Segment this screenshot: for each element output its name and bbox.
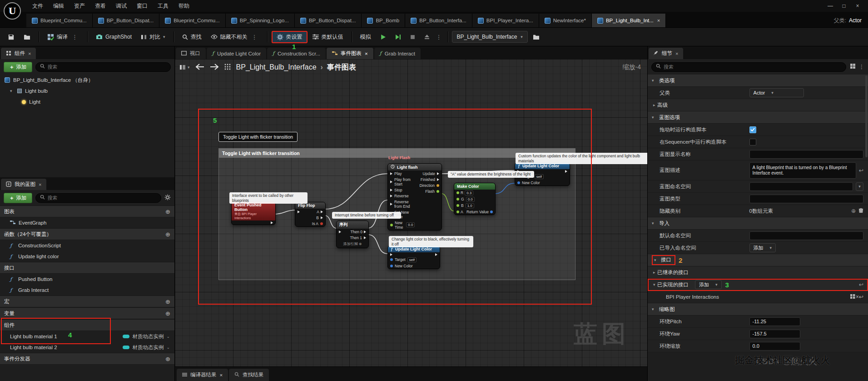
components-search-input[interactable]	[48, 64, 167, 70]
exec-pin[interactable]	[437, 178, 439, 181]
node-timeline-light-flash[interactable]: Light flash Play Play from Start Stop Re…	[387, 163, 442, 231]
float-pin[interactable]	[390, 224, 393, 226]
tab-update-light-color[interactable]: ƒUpdate Light Color	[207, 48, 266, 59]
diff-button[interactable]: 对比 ▾	[137, 31, 169, 43]
section-functions[interactable]: 函数（24个可覆盖）⊕	[0, 228, 174, 240]
asset-tab[interactable]: BPI_Player_Intera...	[472, 14, 539, 27]
color-pin[interactable]	[517, 181, 520, 184]
node-event-pushed-button[interactable]: Event Pushed Button 来自 BPI Player Intera…	[231, 201, 276, 225]
description-field[interactable]: A light Blueprint that is turned on by a…	[749, 162, 856, 179]
category-import[interactable]: ▾导入	[648, 217, 868, 230]
tab-viewport[interactable]: 视口	[176, 48, 206, 59]
menu-help[interactable]: 帮助	[174, 2, 194, 10]
exec-pin[interactable]	[390, 189, 392, 191]
tab-grab-interact[interactable]: ƒGrab Interact	[374, 48, 421, 59]
row-inherited-interfaces[interactable]: ▸已继承的接口	[648, 266, 868, 279]
exec-pin[interactable]	[390, 253, 392, 256]
graph-view-menu[interactable]: ▾	[179, 65, 190, 70]
align-grid-icon[interactable]	[224, 64, 231, 71]
menu-tools[interactable]: 工具	[153, 2, 174, 10]
exec-pin[interactable]	[390, 180, 392, 183]
component-tree-root[interactable]: BP_Light_Bulb_Interface （自身）	[0, 75, 174, 85]
category-interfaces[interactable]: ▾接口 2	[648, 254, 868, 266]
asset-tab[interactable]: BP_Button_Interfa...	[405, 14, 472, 27]
add-interface-dropdown[interactable]: 添加▾	[695, 280, 722, 289]
checkbox-unchecked[interactable]	[749, 139, 756, 145]
category-thumbnail[interactable]: ▾缩略图	[648, 303, 868, 316]
exec-pin[interactable]	[364, 236, 366, 239]
compile-button[interactable]: 编译 ⋮	[43, 31, 83, 43]
component-tree-item[interactable]: ▾ Light bulb	[0, 85, 174, 96]
save-button[interactable]	[4, 31, 19, 43]
add-blueprint-member-button[interactable]: ＋添加	[4, 193, 32, 203]
enum-pin[interactable]	[436, 184, 439, 187]
pin-value[interactable]: 0.0	[406, 222, 415, 227]
asset-tab-active[interactable]: BP_Light_Bulb_Int...×	[592, 14, 666, 27]
close-icon[interactable]: ×	[220, 372, 223, 378]
default-namespace-field[interactable]	[749, 231, 863, 240]
browse-icon[interactable]	[850, 294, 856, 301]
tab-components[interactable]: 组件 ×	[1, 48, 36, 59]
add-macro-icon[interactable]: ⊕	[165, 298, 170, 305]
section-variables[interactable]: 变量⊕	[0, 307, 174, 319]
row-advanced[interactable]: ▸高级	[648, 99, 868, 111]
menu-debug[interactable]: 调试	[111, 2, 132, 10]
asset-tab[interactable]: BP_Bomb	[362, 14, 405, 27]
find-button[interactable]: 查找	[178, 31, 206, 43]
close-icon[interactable]: ×	[365, 51, 368, 56]
close-icon[interactable]: ×	[657, 18, 660, 23]
exec-pin[interactable]	[298, 211, 300, 213]
exec-pin[interactable]	[339, 231, 341, 233]
float-pin[interactable]	[436, 190, 439, 193]
tab-event-graph[interactable]: 事件图表×	[327, 48, 373, 59]
hide-unrelated-options-icon[interactable]: ⋮	[250, 34, 259, 40]
minimize-button[interactable]: —	[824, 3, 836, 9]
add-pin-button[interactable]: 添加引脚 ⊕	[337, 241, 368, 248]
my-blueprint-search[interactable]	[35, 193, 162, 203]
menu-window[interactable]: 窗口	[132, 2, 153, 10]
asset-tab[interactable]: Blueprint_Commu...	[159, 14, 226, 27]
asset-tab[interactable]: NewInterface*	[539, 14, 592, 27]
update-light-color-item[interactable]: ƒUpdate light color	[0, 251, 174, 262]
menu-asset[interactable]: 资产	[69, 2, 90, 10]
trash-icon[interactable]	[858, 208, 863, 215]
node-flip-flop[interactable]: Flip Flop A B Is A	[295, 202, 326, 227]
reset-icon[interactable]: ↩	[859, 167, 863, 174]
details-search-input[interactable]	[664, 64, 842, 70]
namespace-field[interactable]	[749, 182, 853, 191]
display-name-field[interactable]	[749, 150, 863, 159]
add-graph-icon[interactable]: ⊕	[165, 208, 170, 215]
float-pin[interactable]	[456, 191, 459, 194]
exec-pin[interactable]	[435, 253, 437, 256]
asset-tab[interactable]: BP_Spinning_Logo...	[226, 14, 295, 27]
float-pin[interactable]	[456, 211, 459, 213]
play-options-icon[interactable]: ⋮	[435, 34, 443, 40]
asset-tab[interactable]: BP_Button_Dispat...	[93, 14, 160, 27]
chevron-down-icon[interactable]: ⌄	[166, 345, 170, 350]
row-implemented-interfaces[interactable]: ▾ 已实现的接口 添加▾ 3 ↩	[648, 279, 868, 291]
interface-grab-interact-item[interactable]: ƒGrab Interact	[0, 285, 174, 296]
close-icon[interactable]: ×	[28, 51, 31, 56]
add-function-icon[interactable]: ⊕	[165, 231, 170, 238]
exec-pin[interactable]	[390, 203, 392, 206]
float-pin[interactable]	[456, 204, 459, 207]
checkbox-checked[interactable]	[749, 126, 756, 133]
details-settings-icon[interactable]: ⋮	[859, 64, 864, 70]
maximize-button[interactable]: □	[838, 3, 850, 9]
float-pin[interactable]	[456, 198, 459, 201]
my-blueprint-search-input[interactable]	[48, 195, 157, 201]
exec-pin[interactable]	[437, 172, 439, 175]
category-class-options[interactable]: ▾类选项	[648, 75, 868, 87]
color-pin[interactable]	[390, 265, 393, 267]
tab-my-blueprint[interactable]: 我的蓝图 ×	[1, 179, 46, 190]
material-variable-row[interactable]: Light bulb material 1 材质动态实例⌄	[0, 331, 174, 342]
details-search[interactable]	[651, 62, 846, 72]
nav-forward-button[interactable]	[210, 64, 219, 71]
nav-back-button[interactable]	[195, 64, 204, 71]
add-variable-icon[interactable]: ⊕	[165, 310, 170, 317]
asset-tab[interactable]: Blueprint_Commu...	[26, 14, 93, 27]
menu-file[interactable]: 文件	[27, 2, 48, 10]
unreal-logo[interactable]: U	[4, 2, 21, 20]
details-scrollbar[interactable]	[865, 75, 868, 157]
tab-compiler-results[interactable]: 编译器结果 ×	[177, 369, 228, 381]
